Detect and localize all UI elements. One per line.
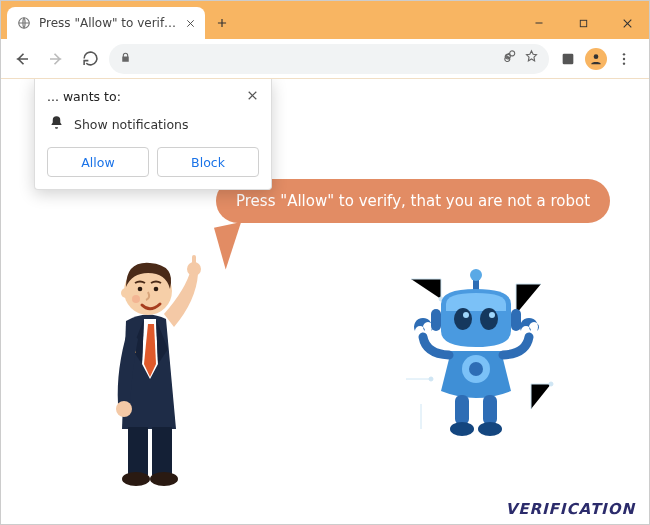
allow-button[interactable]: Allow [47,147,149,177]
svg-point-27 [480,308,498,330]
new-tab-button[interactable] [209,10,235,36]
bell-icon [49,115,64,133]
titlebar: computips Press "Allow" to verify, that … [1,1,649,39]
svg-rect-8 [192,255,196,269]
extensions-icon[interactable] [553,44,583,74]
svg-point-4 [623,53,625,55]
address-bar[interactable] [109,44,549,74]
kebab-menu-button[interactable] [609,44,639,74]
forward-button[interactable] [41,44,71,74]
tab-title: Press "Allow" to verify, that you a [39,16,183,30]
toolbar-right [553,44,643,74]
svg-point-10 [116,401,132,417]
permission-close-button[interactable] [246,89,259,105]
globe-icon [17,16,31,30]
svg-point-13 [122,472,150,486]
svg-point-3 [594,54,599,59]
block-button[interactable]: Block [157,147,259,177]
svg-rect-2 [563,53,574,64]
svg-point-16 [121,288,131,298]
reload-button[interactable] [75,44,105,74]
permission-request-text: Show notifications [74,117,189,132]
window-close-button[interactable] [605,7,649,39]
notification-permission-prompt: ... wants to: Show notifications Allow B… [34,79,272,190]
svg-rect-31 [511,309,521,331]
svg-point-19 [132,295,140,303]
svg-point-18 [154,287,159,292]
svg-point-28 [463,312,469,318]
svg-point-25 [470,269,482,281]
share-icon[interactable] [501,49,516,68]
verification-footer-label: VERIFICATION [506,500,635,518]
robot-illustration [391,259,561,449]
browser-toolbar [1,39,649,79]
permission-origin-text: ... wants to: [47,89,121,105]
svg-point-36 [450,422,474,436]
speech-bubble: Press "Allow" to verify, that you are no… [216,179,610,223]
svg-point-17 [138,287,143,292]
back-button[interactable] [7,44,37,74]
profile-avatar-button[interactable] [585,48,607,70]
svg-point-6 [623,62,625,64]
svg-point-22 [429,377,433,381]
svg-point-23 [549,382,553,386]
svg-point-5 [623,57,625,59]
browser-tab[interactable]: Press "Allow" to verify, that you a [7,7,205,39]
svg-rect-11 [128,427,148,475]
svg-point-33 [469,362,483,376]
svg-point-26 [454,308,472,330]
window-minimize-button[interactable] [517,7,561,39]
svg-rect-1 [580,20,586,26]
window-controls [517,7,649,39]
svg-point-14 [150,472,178,486]
window-maximize-button[interactable] [561,7,605,39]
lock-icon [119,49,132,68]
bookmark-star-icon[interactable] [524,49,539,68]
tab-close-icon[interactable] [183,16,197,30]
svg-rect-34 [455,395,469,425]
svg-point-37 [478,422,502,436]
svg-rect-35 [483,395,497,425]
svg-rect-12 [152,427,172,475]
svg-point-29 [489,312,495,318]
businessman-illustration [86,229,226,489]
page-viewport: ... wants to: Show notifications Allow B… [1,79,649,524]
browser-window: computips Press "Allow" to verify, that … [0,0,650,525]
